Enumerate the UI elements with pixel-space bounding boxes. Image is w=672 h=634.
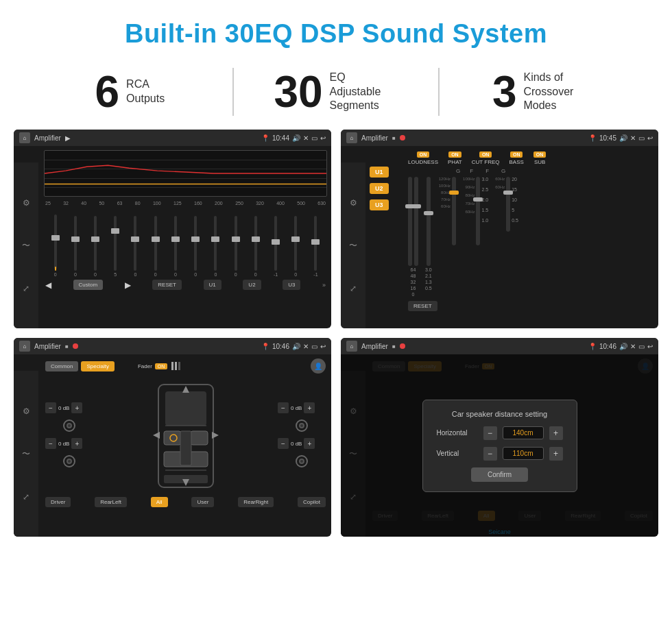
eq-thumb-11[interactable]: [272, 239, 280, 245]
speaker-wave-icon[interactable]: 〜: [18, 446, 34, 462]
eq-track-6[interactable]: [174, 216, 177, 271]
eq-thumb-5[interactable]: [152, 236, 160, 242]
speaker-window-icon[interactable]: ▭: [311, 343, 317, 350]
eq-thumb-6[interactable]: [171, 236, 180, 242]
speaker-fl-minus[interactable]: −: [45, 402, 56, 413]
eq-track-12[interactable]: [294, 216, 297, 271]
eq-vol-icon[interactable]: 🔊: [292, 134, 300, 142]
eq-arrows-icon[interactable]: ⤢: [18, 280, 34, 297]
eq-track-13[interactable]: [314, 216, 317, 271]
eq-u3-btn[interactable]: U3: [283, 280, 300, 290]
eq-track-10[interactable]: [254, 216, 257, 271]
distance-home-icon[interactable]: ⌂: [346, 341, 357, 352]
distance-close-icon[interactable]: ✕: [630, 343, 636, 350]
speaker-user-btn[interactable]: User: [191, 497, 214, 507]
amp-back-icon[interactable]: ↩: [647, 134, 653, 142]
speaker-rr-plus[interactable]: +: [304, 438, 315, 449]
eq-u2-btn[interactable]: U2: [243, 280, 261, 290]
dialog-vertical-minus[interactable]: −: [483, 447, 497, 461]
speaker-common-btn[interactable]: Common: [45, 361, 78, 371]
amp-loudness-track1[interactable]: [408, 177, 412, 266]
amp-u3-btn[interactable]: U3: [370, 199, 389, 210]
speaker-fr-minus[interactable]: −: [278, 402, 289, 413]
amp-window-icon[interactable]: ▭: [638, 134, 645, 142]
dialog-horizontal-plus[interactable]: +: [549, 426, 563, 440]
speaker-vol-icon[interactable]: 🔊: [292, 343, 300, 350]
eq-thumb-4[interactable]: [131, 236, 139, 242]
confirm-button[interactable]: Confirm: [471, 467, 528, 482]
speaker-back-icon[interactable]: ↩: [320, 343, 326, 350]
eq-thumb-0[interactable]: [51, 235, 60, 241]
amp-sub-thumb[interactable]: [503, 191, 513, 195]
amp-bass-track1[interactable]: [476, 177, 480, 245]
eq-reset-btn[interactable]: RESET: [152, 280, 182, 290]
eq-thumb-8[interactable]: [211, 236, 219, 242]
amp-wave-icon[interactable]: 〜: [345, 237, 361, 254]
speaker-avatar-icon[interactable]: 👤: [311, 358, 326, 374]
amp-u1-btn[interactable]: U1: [370, 167, 389, 178]
eq-thumb-13[interactable]: [311, 239, 320, 245]
speaker-arrows-icon[interactable]: ⤢: [18, 489, 34, 505]
eq-u1-btn[interactable]: U1: [204, 280, 221, 290]
speaker-fr-plus[interactable]: +: [304, 402, 315, 413]
eq-track-4[interactable]: [134, 216, 136, 271]
eq-thumb-9[interactable]: [232, 236, 240, 242]
eq-track-8[interactable]: [214, 216, 217, 271]
amp-u2-btn[interactable]: U2: [370, 183, 389, 194]
eq-track-7[interactable]: [194, 216, 197, 271]
eq-wave-icon[interactable]: 〜: [18, 237, 34, 254]
speaker-all-btn[interactable]: All: [151, 497, 168, 507]
eq-thumb-10[interactable]: [252, 236, 260, 242]
speaker-specialty-btn[interactable]: Specialty: [81, 361, 114, 371]
amp-home-icon[interactable]: ⌂: [346, 132, 357, 143]
speaker-rearright-btn[interactable]: RearRight: [238, 497, 274, 507]
eq-track-3[interactable]: [114, 216, 117, 271]
eq-play-icon[interactable]: ▶: [65, 134, 71, 142]
amp-cutfreq-thumb[interactable]: [449, 191, 459, 195]
distance-vol-icon[interactable]: 🔊: [619, 343, 627, 350]
eq-track-11[interactable]: [274, 216, 277, 271]
eq-track-0[interactable]: [54, 215, 57, 269]
eq-thumb-12[interactable]: [291, 236, 300, 242]
eq-thumb-1[interactable]: [71, 236, 80, 242]
eq-custom-btn[interactable]: Custom: [73, 280, 104, 290]
eq-back-icon[interactable]: ↩: [320, 134, 326, 142]
amp-loudness-track2[interactable]: [414, 177, 418, 266]
amp-arrows-icon[interactable]: ⤢: [345, 280, 361, 297]
amp-cutfreq-track[interactable]: [452, 177, 456, 245]
amp-sub-track[interactable]: [506, 177, 510, 232]
speaker-fl-plus[interactable]: +: [71, 402, 82, 413]
eq-scroll-right[interactable]: »: [322, 282, 326, 289]
eq-track-5[interactable]: [154, 216, 157, 271]
eq-tune-icon[interactable]: ⚙: [18, 195, 34, 211]
amp-loudness-thumb2[interactable]: [411, 204, 421, 208]
amp-reset-btn[interactable]: RESET: [408, 301, 437, 311]
amp-on-bass[interactable]: ON: [510, 151, 523, 158]
amp-bass-thumb1[interactable]: [473, 197, 483, 202]
amp-phat-track[interactable]: [427, 177, 431, 266]
dialog-horizontal-minus[interactable]: −: [483, 426, 497, 440]
speaker-driver-btn[interactable]: Driver: [45, 497, 71, 507]
distance-window-icon[interactable]: ▭: [638, 343, 645, 350]
speaker-home-icon[interactable]: ⌂: [19, 341, 30, 352]
speaker-fader-on[interactable]: ON: [155, 363, 168, 369]
amp-tune-icon[interactable]: ⚙: [345, 195, 361, 211]
distance-back-icon[interactable]: ↩: [647, 343, 653, 350]
amp-on-loudness[interactable]: ON: [417, 151, 430, 158]
speaker-tune-icon[interactable]: ⚙: [18, 403, 34, 419]
speaker-rl-minus[interactable]: −: [45, 438, 56, 449]
amp-on-cutfreq[interactable]: ON: [479, 151, 492, 158]
speaker-close-icon[interactable]: ✕: [303, 343, 309, 350]
eq-window-icon[interactable]: ▭: [311, 134, 317, 142]
speaker-rl-plus[interactable]: +: [71, 438, 82, 449]
eq-prev-icon[interactable]: ◀: [45, 280, 51, 290]
home-icon[interactable]: ⌂: [19, 132, 30, 143]
speaker-copilot-btn[interactable]: Copilot: [298, 497, 326, 507]
eq-thumb-7[interactable]: [191, 236, 200, 242]
eq-track-1[interactable]: [74, 216, 77, 271]
eq-track-2[interactable]: [94, 216, 97, 271]
speaker-rr-minus[interactable]: −: [278, 438, 289, 449]
speaker-rearleft-btn[interactable]: RearLeft: [95, 497, 127, 507]
eq-close-icon[interactable]: ✕: [303, 134, 309, 142]
amp-close-icon[interactable]: ✕: [630, 134, 636, 142]
